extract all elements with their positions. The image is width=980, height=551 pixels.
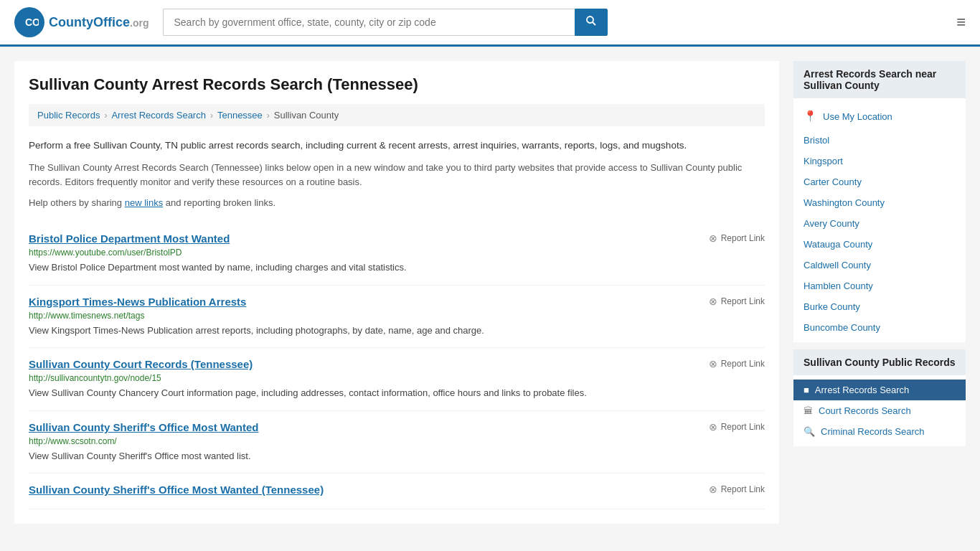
report-icon: ⊗ bbox=[709, 358, 717, 369]
report-link-button[interactable]: ⊗ Report Link bbox=[709, 232, 765, 244]
sidebar-link-bristol[interactable]: Bristol bbox=[793, 130, 966, 151]
search-button[interactable] bbox=[575, 9, 608, 36]
results-list: Bristol Police Department Most Wanted ⊗ … bbox=[29, 222, 765, 509]
report-link-button[interactable]: ⊗ Report Link bbox=[709, 358, 765, 369]
public-records-title: Sullivan County Public Records bbox=[793, 349, 966, 375]
main-container: Sullivan County Arrest Records Search (T… bbox=[0, 47, 980, 538]
header: CO CountyOffice.org ≡ bbox=[0, 0, 980, 47]
report-icon: ⊗ bbox=[709, 296, 717, 307]
report-link-button[interactable]: ⊗ Report Link bbox=[709, 296, 765, 307]
sidebar-link-carter-county[interactable]: Carter County bbox=[793, 171, 966, 192]
content-area: Sullivan County Arrest Records Search (T… bbox=[14, 61, 779, 524]
report-icon: ⊗ bbox=[709, 484, 717, 495]
report-icon: ⊗ bbox=[709, 421, 717, 433]
result-item: Bristol Police Department Most Wanted ⊗ … bbox=[29, 222, 765, 286]
report-icon: ⊗ bbox=[709, 232, 717, 244]
result-title[interactable]: Sullivan County Court Records (Tennessee… bbox=[29, 358, 253, 370]
nearby-section: Arrest Records Search near Sullivan Coun… bbox=[793, 61, 966, 342]
svg-text:CO: CO bbox=[25, 17, 39, 28]
description: Perform a free Sullivan County, TN publi… bbox=[29, 138, 765, 154]
sidebar-link-washington-county[interactable]: Washington County bbox=[793, 192, 966, 213]
sidebar-link-court-records[interactable]: 🏛 Court Records Search bbox=[793, 400, 966, 421]
arrest-records-icon: ■ bbox=[804, 385, 809, 395]
sidebar-link-kingsport[interactable]: Kingsport bbox=[793, 151, 966, 171]
result-desc: View Sullivan County Sheriff's Office mo… bbox=[29, 449, 765, 463]
breadcrumb-tennessee[interactable]: Tennessee bbox=[217, 110, 263, 121]
breadcrumb-sullivan: Sullivan County bbox=[274, 110, 339, 121]
result-desc: View Bristol Police Department most want… bbox=[29, 260, 765, 275]
breadcrumb: Public Records › Arrest Records Search ›… bbox=[29, 104, 765, 126]
result-item: Sullivan County Sheriff's Office Most Wa… bbox=[29, 411, 765, 474]
report-link-button[interactable]: ⊗ Report Link bbox=[709, 421, 765, 433]
sidebar-link-buncombe-county[interactable]: Buncombe County bbox=[793, 317, 966, 338]
result-desc: View Sullivan County Chancery Court info… bbox=[29, 386, 765, 400]
result-title[interactable]: Bristol Police Department Most Wanted bbox=[29, 232, 230, 245]
use-my-location-label: Use My Location bbox=[823, 111, 892, 122]
search-input[interactable] bbox=[163, 9, 575, 36]
logo[interactable]: CO CountyOffice.org bbox=[14, 7, 149, 37]
court-records-icon: 🏛 bbox=[804, 405, 813, 416]
description-2: The Sullivan County Arrest Records Searc… bbox=[29, 161, 765, 191]
result-title[interactable]: Kingsport Times-News Publication Arrests bbox=[29, 296, 246, 308]
report-link-button[interactable]: ⊗ Report Link bbox=[709, 484, 765, 495]
svg-line-3 bbox=[593, 22, 595, 25]
menu-button[interactable]: ≡ bbox=[956, 13, 966, 32]
svg-point-2 bbox=[587, 17, 593, 23]
breadcrumb-arrest-records[interactable]: Arrest Records Search bbox=[111, 110, 206, 121]
sidebar-link-arrest-records[interactable]: ■ Arrest Records Search bbox=[793, 380, 966, 400]
result-item: Kingsport Times-News Publication Arrests… bbox=[29, 286, 765, 349]
result-url[interactable]: http://www.timesnews.net/tags bbox=[29, 311, 765, 321]
location-pin-icon: 📍 bbox=[804, 110, 817, 123]
new-links-link[interactable]: new links bbox=[125, 197, 163, 208]
sidebar-link-watauga-county[interactable]: Watauga County bbox=[793, 234, 966, 255]
logo-icon: CO bbox=[14, 7, 44, 37]
result-url[interactable]: http://sullivancountytn.gov/node/15 bbox=[29, 373, 765, 383]
page-title: Sullivan County Arrest Records Search (T… bbox=[29, 75, 765, 94]
result-url[interactable]: https://www.youtube.com/user/BristolPD bbox=[29, 248, 765, 258]
search-area bbox=[163, 9, 608, 36]
result-url[interactable]: http://www.scsotn.com/ bbox=[29, 436, 765, 446]
sidebar-link-hamblen-county[interactable]: Hamblen County bbox=[793, 276, 966, 296]
sidebar-link-burke-county[interactable]: Burke County bbox=[793, 296, 966, 317]
result-item: Sullivan County Sheriff's Office Most Wa… bbox=[29, 474, 765, 509]
public-records-section: Sullivan County Public Records ■ Arrest … bbox=[793, 349, 966, 446]
help-text: Help others by sharing new links and rep… bbox=[29, 197, 765, 208]
nearby-links: 📍 Use My Location Bristol Kingsport Cart… bbox=[793, 98, 966, 342]
nearby-title: Arrest Records Search near Sullivan Coun… bbox=[793, 61, 966, 98]
public-records-links: ■ Arrest Records Search 🏛 Court Records … bbox=[793, 375, 966, 446]
sidebar-link-avery-county[interactable]: Avery County bbox=[793, 213, 966, 234]
breadcrumb-public-records[interactable]: Public Records bbox=[37, 110, 100, 121]
use-my-location[interactable]: 📍 Use My Location bbox=[793, 103, 966, 130]
result-title[interactable]: Sullivan County Sheriff's Office Most Wa… bbox=[29, 484, 324, 496]
result-desc: View Kingsport Times-News Publication ar… bbox=[29, 324, 765, 338]
sidebar-link-caldwell-county[interactable]: Caldwell County bbox=[793, 255, 966, 276]
sidebar-link-criminal-records[interactable]: 🔍 Criminal Records Search bbox=[793, 421, 966, 442]
result-item: Sullivan County Court Records (Tennessee… bbox=[29, 348, 765, 411]
logo-text: CountyOffice.org bbox=[49, 15, 149, 30]
sidebar: Arrest Records Search near Sullivan Coun… bbox=[793, 61, 966, 524]
result-title[interactable]: Sullivan County Sheriff's Office Most Wa… bbox=[29, 421, 259, 433]
criminal-records-icon: 🔍 bbox=[804, 426, 815, 437]
